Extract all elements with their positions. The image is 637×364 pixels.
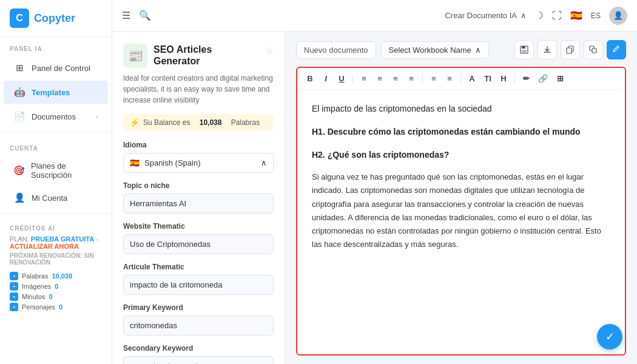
bold-button[interactable]: B: [303, 73, 317, 84]
website-thematic-section: Website Thematic: [123, 222, 274, 254]
idioma-flag: 🇪🇸: [130, 158, 140, 167]
pen-button[interactable]: ✏: [519, 73, 533, 84]
credit-label: Personajes: [22, 303, 55, 311]
link-button[interactable]: 🔗: [535, 73, 551, 84]
italic-button[interactable]: I: [319, 73, 332, 84]
fab-button[interactable]: ✓: [597, 324, 622, 349]
sidebar-item-documentos[interactable]: 📄 Documentos ›: [4, 105, 108, 128]
chevron-up-icon: ∧: [521, 11, 527, 20]
save-icon: [520, 46, 528, 54]
topnav: ☰ 🔍 Crear Documento IA ∧ ☽ ⛶ 🇪🇸 ES 👤: [112, 0, 637, 32]
align-center-button[interactable]: ≡: [373, 73, 386, 84]
plan-line: PLAN: PRUEBA GRATUITA - ACTUALIZAR AHORA: [10, 235, 102, 250]
menu-button[interactable]: ☰: [122, 10, 130, 21]
topic-input[interactable]: [123, 194, 274, 214]
panel-section-label: PANEL IA: [0, 37, 112, 56]
sidebar-item-templates[interactable]: 🤖 Templates: [4, 81, 108, 104]
fullscreen-button[interactable]: ⛶: [552, 10, 562, 21]
align-right-button[interactable]: ≡: [389, 73, 402, 84]
balance-badge: ⚡ Su Balance es 10,038 Palabras: [123, 114, 274, 131]
download-icon-button[interactable]: [538, 40, 557, 59]
save-icon-button[interactable]: [514, 40, 534, 59]
edit-icon-button[interactable]: [607, 40, 626, 59]
credit-row-personajes: ▪ Personajes 0: [10, 303, 102, 311]
edit-icon: [612, 46, 621, 54]
website-thematic-input[interactable]: [123, 234, 274, 254]
editor-icons: [514, 40, 626, 59]
sidebar-item-label: Templates: [32, 88, 70, 97]
favorite-button[interactable]: ☆: [265, 45, 274, 56]
align-justify-button[interactable]: ≡: [405, 73, 418, 84]
table-button[interactable]: ⊞: [553, 73, 567, 84]
article-thematic-input[interactable]: [123, 275, 274, 295]
sidebar-item-label: Panel de Control: [32, 64, 90, 73]
lang-badge: ES: [591, 12, 601, 20]
sidebar-item-mi-cuenta[interactable]: 👤 Mi Cuenta: [4, 186, 108, 209]
workbook-label: Select Workbook Name: [389, 46, 471, 55]
article-thematic-label: Artícule Thematic: [123, 263, 274, 271]
secondary-keyword-label: Secondary Keyword: [123, 344, 274, 352]
balance-label: Su Balance es: [143, 118, 190, 127]
credit-value-palabras: 10,038: [52, 272, 72, 280]
align-left-button[interactable]: ≡: [357, 73, 371, 84]
idioma-select[interactable]: 🇪🇸 Spanish (Spain) ∧: [123, 153, 274, 173]
minutos-icon: ▪: [10, 292, 18, 301]
svg-rect-1: [522, 46, 525, 49]
template-icon: 📰: [123, 44, 147, 68]
grid-icon: ⊞: [13, 62, 25, 74]
duplicate-icon-button[interactable]: [584, 40, 603, 59]
topnav-right: Crear Documento IA ∧ ☽ ⛶ 🇪🇸 ES 👤: [445, 7, 627, 25]
editor-content[interactable]: El impacto de las criptomonedas en la so…: [297, 90, 625, 354]
sidebar-item-label: Planes de Suscripción: [31, 161, 98, 180]
website-thematic-label: Website Thematic: [123, 222, 274, 231]
credit-label: Minutos: [22, 293, 46, 300]
plan-free: PRUEBA GRATUITA: [31, 235, 94, 243]
font-size-button[interactable]: TI: [481, 73, 494, 84]
sidebar-item-planes[interactable]: 🎯 Planes de Suscripción: [4, 156, 108, 185]
flag-icon: 🇪🇸: [570, 10, 582, 21]
fmt-sep-4: [514, 74, 515, 84]
search-button[interactable]: 🔍: [139, 10, 151, 21]
idioma-flag-text: 🇪🇸 Spanish (Spain): [130, 158, 201, 167]
heading-button[interactable]: H: [497, 73, 510, 84]
unordered-list-button[interactable]: ≡: [443, 73, 456, 84]
personajes-icon: ▪: [10, 303, 18, 311]
credit-label: Palabras: [22, 272, 48, 280]
chevron-up-workbook-icon: ∧: [475, 46, 481, 55]
creditos-label: CRÉDITOS AI: [10, 225, 102, 235]
balance-value: 10,038: [200, 118, 222, 127]
right-panel: Nuevo documento Select Workbook Name ∧: [285, 32, 637, 364]
credit-label: Imágenes: [22, 283, 51, 290]
doc-name-button[interactable]: Nuevo documento: [296, 41, 376, 59]
primary-keyword-label: Primary Keyword: [123, 303, 274, 312]
font-color-button[interactable]: A: [465, 73, 479, 84]
bolt-icon: ⚡: [129, 118, 140, 127]
palabras-icon: ▪: [10, 272, 18, 280]
dark-mode-button[interactable]: ☽: [535, 10, 544, 21]
editor-format-bar: B I U ≡ ≡ ≡ ≡ ≡ ≡ A TI H: [297, 68, 625, 90]
article-thematic-section: Artícule Thematic: [123, 263, 274, 295]
secondary-keyword-input[interactable]: [123, 356, 274, 364]
copy-icon-button[interactable]: [561, 40, 580, 59]
chevron-icon: ›: [96, 113, 98, 120]
create-doc-button[interactable]: Crear Documento IA ∧: [445, 11, 527, 20]
ordered-list-button[interactable]: ≡: [427, 73, 440, 84]
plan-update[interactable]: ACTUALIZAR AHORA: [10, 243, 79, 250]
doc-icon: 📄: [13, 110, 25, 123]
ai-icon: 🤖: [13, 86, 25, 98]
left-panel: 📰 SEO Articles Generator ☆ Ideal for con…: [112, 32, 285, 364]
sidebar-item-panel-control[interactable]: ⊞ Panel de Control: [4, 56, 108, 79]
workbook-button[interactable]: Select Workbook Name ∧: [381, 41, 489, 59]
underline-button[interactable]: U: [335, 73, 348, 84]
primary-keyword-input[interactable]: [123, 315, 274, 335]
editor-box: B I U ≡ ≡ ≡ ≡ ≡ ≡ A TI H: [296, 67, 626, 356]
duplicate-icon: [589, 46, 598, 54]
svg-rect-4: [567, 48, 571, 53]
content-body: 📰 SEO Articles Generator ☆ Ideal for con…: [112, 32, 637, 364]
avatar[interactable]: 👤: [609, 7, 627, 25]
planes-icon: 🎯: [13, 164, 25, 177]
credit-value-personajes: 0: [59, 303, 62, 311]
credit-row-palabras: ▪ Palabras 10,038: [10, 272, 102, 280]
topic-label: Topic o niche: [123, 181, 274, 190]
idioma-value: Spanish (Spain): [144, 158, 201, 167]
